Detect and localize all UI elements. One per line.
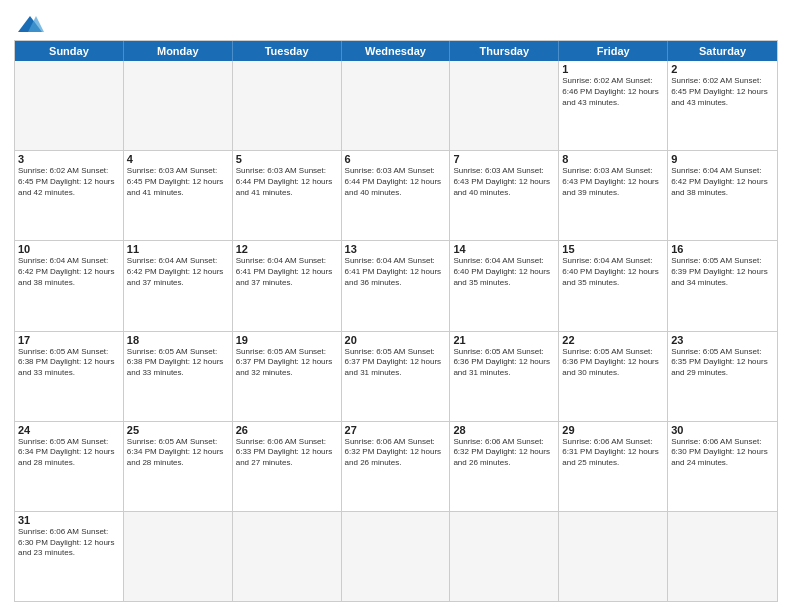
- cell-info: Sunrise: 6:04 AM Sunset: 6:41 PM Dayligh…: [236, 256, 338, 288]
- cell-info: Sunrise: 6:03 AM Sunset: 6:44 PM Dayligh…: [345, 166, 447, 198]
- header-cell-tuesday: Tuesday: [233, 41, 342, 61]
- cell-info: Sunrise: 6:05 AM Sunset: 6:38 PM Dayligh…: [18, 347, 120, 379]
- calendar-cell: 27Sunrise: 6:06 AM Sunset: 6:32 PM Dayli…: [342, 422, 451, 511]
- calendar-cell: 22Sunrise: 6:05 AM Sunset: 6:36 PM Dayli…: [559, 332, 668, 421]
- cell-info: Sunrise: 6:02 AM Sunset: 6:45 PM Dayligh…: [18, 166, 120, 198]
- cell-info: Sunrise: 6:04 AM Sunset: 6:42 PM Dayligh…: [671, 166, 774, 198]
- day-number: 14: [453, 243, 555, 255]
- calendar-cell: 2Sunrise: 6:02 AM Sunset: 6:45 PM Daylig…: [668, 61, 777, 150]
- day-number: 25: [127, 424, 229, 436]
- logo-icon: [16, 14, 44, 34]
- calendar-row: 31Sunrise: 6:06 AM Sunset: 6:30 PM Dayli…: [15, 511, 777, 601]
- day-number: 27: [345, 424, 447, 436]
- cell-info: Sunrise: 6:06 AM Sunset: 6:30 PM Dayligh…: [18, 527, 120, 559]
- cell-info: Sunrise: 6:02 AM Sunset: 6:46 PM Dayligh…: [562, 76, 664, 108]
- calendar-cell: 8Sunrise: 6:03 AM Sunset: 6:43 PM Daylig…: [559, 151, 668, 240]
- cell-info: Sunrise: 6:04 AM Sunset: 6:40 PM Dayligh…: [453, 256, 555, 288]
- day-number: 12: [236, 243, 338, 255]
- day-number: 23: [671, 334, 774, 346]
- calendar-cell: [450, 512, 559, 601]
- calendar-cell: 15Sunrise: 6:04 AM Sunset: 6:40 PM Dayli…: [559, 241, 668, 330]
- header-cell-saturday: Saturday: [668, 41, 777, 61]
- calendar-cell: 21Sunrise: 6:05 AM Sunset: 6:36 PM Dayli…: [450, 332, 559, 421]
- calendar-cell: 25Sunrise: 6:05 AM Sunset: 6:34 PM Dayli…: [124, 422, 233, 511]
- calendar-row: 3Sunrise: 6:02 AM Sunset: 6:45 PM Daylig…: [15, 150, 777, 240]
- calendar-cell: [342, 61, 451, 150]
- cell-info: Sunrise: 6:05 AM Sunset: 6:37 PM Dayligh…: [345, 347, 447, 379]
- calendar-cell: [450, 61, 559, 150]
- day-number: 9: [671, 153, 774, 165]
- cell-info: Sunrise: 6:06 AM Sunset: 6:33 PM Dayligh…: [236, 437, 338, 469]
- calendar-cell: 7Sunrise: 6:03 AM Sunset: 6:43 PM Daylig…: [450, 151, 559, 240]
- day-number: 31: [18, 514, 120, 526]
- cell-info: Sunrise: 6:05 AM Sunset: 6:37 PM Dayligh…: [236, 347, 338, 379]
- day-number: 20: [345, 334, 447, 346]
- day-number: 3: [18, 153, 120, 165]
- calendar-cell: 26Sunrise: 6:06 AM Sunset: 6:33 PM Dayli…: [233, 422, 342, 511]
- day-number: 8: [562, 153, 664, 165]
- day-number: 29: [562, 424, 664, 436]
- cell-info: Sunrise: 6:05 AM Sunset: 6:34 PM Dayligh…: [18, 437, 120, 469]
- cell-info: Sunrise: 6:04 AM Sunset: 6:40 PM Dayligh…: [562, 256, 664, 288]
- calendar-row: 17Sunrise: 6:05 AM Sunset: 6:38 PM Dayli…: [15, 331, 777, 421]
- cell-info: Sunrise: 6:06 AM Sunset: 6:32 PM Dayligh…: [453, 437, 555, 469]
- header-cell-monday: Monday: [124, 41, 233, 61]
- calendar-cell: [233, 61, 342, 150]
- day-number: 11: [127, 243, 229, 255]
- calendar-cell: 29Sunrise: 6:06 AM Sunset: 6:31 PM Dayli…: [559, 422, 668, 511]
- calendar-header: SundayMondayTuesdayWednesdayThursdayFrid…: [15, 41, 777, 61]
- header-cell-friday: Friday: [559, 41, 668, 61]
- calendar-body: 1Sunrise: 6:02 AM Sunset: 6:46 PM Daylig…: [15, 61, 777, 601]
- calendar-cell: 30Sunrise: 6:06 AM Sunset: 6:30 PM Dayli…: [668, 422, 777, 511]
- header-cell-wednesday: Wednesday: [342, 41, 451, 61]
- calendar-cell: 10Sunrise: 6:04 AM Sunset: 6:42 PM Dayli…: [15, 241, 124, 330]
- cell-info: Sunrise: 6:05 AM Sunset: 6:36 PM Dayligh…: [562, 347, 664, 379]
- cell-info: Sunrise: 6:04 AM Sunset: 6:41 PM Dayligh…: [345, 256, 447, 288]
- cell-info: Sunrise: 6:04 AM Sunset: 6:42 PM Dayligh…: [18, 256, 120, 288]
- cell-info: Sunrise: 6:03 AM Sunset: 6:44 PM Dayligh…: [236, 166, 338, 198]
- calendar-cell: 31Sunrise: 6:06 AM Sunset: 6:30 PM Dayli…: [15, 512, 124, 601]
- day-number: 7: [453, 153, 555, 165]
- day-number: 18: [127, 334, 229, 346]
- cell-info: Sunrise: 6:05 AM Sunset: 6:35 PM Dayligh…: [671, 347, 774, 379]
- logo: [14, 10, 44, 34]
- cell-info: Sunrise: 6:03 AM Sunset: 6:43 PM Dayligh…: [453, 166, 555, 198]
- calendar-cell: 11Sunrise: 6:04 AM Sunset: 6:42 PM Dayli…: [124, 241, 233, 330]
- calendar-cell: 13Sunrise: 6:04 AM Sunset: 6:41 PM Dayli…: [342, 241, 451, 330]
- calendar-cell: 4Sunrise: 6:03 AM Sunset: 6:45 PM Daylig…: [124, 151, 233, 240]
- calendar-cell: [342, 512, 451, 601]
- calendar-row: 1Sunrise: 6:02 AM Sunset: 6:46 PM Daylig…: [15, 61, 777, 150]
- day-number: 5: [236, 153, 338, 165]
- day-number: 1: [562, 63, 664, 75]
- cell-info: Sunrise: 6:06 AM Sunset: 6:31 PM Dayligh…: [562, 437, 664, 469]
- day-number: 4: [127, 153, 229, 165]
- day-number: 22: [562, 334, 664, 346]
- calendar-cell: [668, 512, 777, 601]
- header-cell-sunday: Sunday: [15, 41, 124, 61]
- calendar-cell: 1Sunrise: 6:02 AM Sunset: 6:46 PM Daylig…: [559, 61, 668, 150]
- calendar-cell: 20Sunrise: 6:05 AM Sunset: 6:37 PM Dayli…: [342, 332, 451, 421]
- cell-info: Sunrise: 6:03 AM Sunset: 6:43 PM Dayligh…: [562, 166, 664, 198]
- calendar-cell: 14Sunrise: 6:04 AM Sunset: 6:40 PM Dayli…: [450, 241, 559, 330]
- calendar-cell: 17Sunrise: 6:05 AM Sunset: 6:38 PM Dayli…: [15, 332, 124, 421]
- calendar-cell: [233, 512, 342, 601]
- day-number: 30: [671, 424, 774, 436]
- day-number: 24: [18, 424, 120, 436]
- day-number: 16: [671, 243, 774, 255]
- header-cell-thursday: Thursday: [450, 41, 559, 61]
- calendar-cell: [15, 61, 124, 150]
- calendar-cell: 19Sunrise: 6:05 AM Sunset: 6:37 PM Dayli…: [233, 332, 342, 421]
- day-number: 13: [345, 243, 447, 255]
- cell-info: Sunrise: 6:05 AM Sunset: 6:36 PM Dayligh…: [453, 347, 555, 379]
- calendar-cell: 9Sunrise: 6:04 AM Sunset: 6:42 PM Daylig…: [668, 151, 777, 240]
- day-number: 6: [345, 153, 447, 165]
- page: SundayMondayTuesdayWednesdayThursdayFrid…: [0, 0, 792, 612]
- day-number: 28: [453, 424, 555, 436]
- cell-info: Sunrise: 6:06 AM Sunset: 6:32 PM Dayligh…: [345, 437, 447, 469]
- calendar-row: 24Sunrise: 6:05 AM Sunset: 6:34 PM Dayli…: [15, 421, 777, 511]
- calendar-cell: [124, 512, 233, 601]
- day-number: 19: [236, 334, 338, 346]
- cell-info: Sunrise: 6:04 AM Sunset: 6:42 PM Dayligh…: [127, 256, 229, 288]
- calendar-cell: 28Sunrise: 6:06 AM Sunset: 6:32 PM Dayli…: [450, 422, 559, 511]
- day-number: 26: [236, 424, 338, 436]
